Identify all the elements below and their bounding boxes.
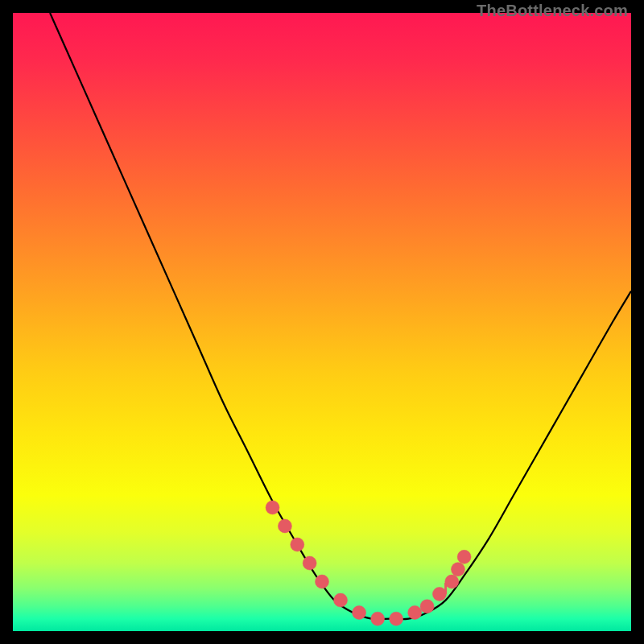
watermark-text: TheBottleneck.com [477,2,628,20]
highlight-point [316,575,329,588]
bottleneck-curve [50,13,631,619]
highlight-point [266,501,279,514]
highlight-point [303,556,316,570]
highlight-point [371,612,385,625]
highlight-point [445,575,459,588]
chart-svg [13,13,631,631]
highlight-point [408,605,422,619]
highlight-point [451,563,464,576]
highlight-point [390,612,403,625]
highlight-point [457,550,471,564]
highlight-point [334,593,348,607]
highlight-point [278,519,291,533]
highlight-point [353,605,366,619]
plot-area [13,13,631,631]
highlight-point [291,538,304,551]
highlight-point [432,587,446,601]
highlight-point [420,600,434,613]
chart-container: TheBottleneck.com [0,0,644,644]
